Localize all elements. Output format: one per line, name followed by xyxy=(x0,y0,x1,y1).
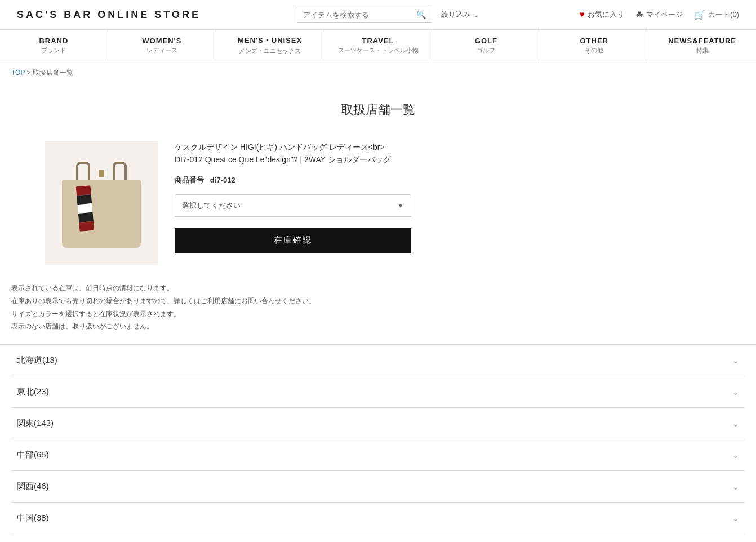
sku-value: di7-012 xyxy=(210,176,235,184)
cart-label: カート(0) xyxy=(708,10,739,20)
color-select-placeholder: 選択してください xyxy=(182,201,241,211)
nav-other-ja: その他 xyxy=(585,46,603,55)
store-region-name-1: 東北(23) xyxy=(17,386,49,397)
favorites-link[interactable]: ♥ お気に入り xyxy=(580,10,625,20)
info-line-2: 在庫ありの表示でも売り切れの場合がありますので、詳しくはご利用店舗にお問い合わせ… xyxy=(11,295,745,308)
chevron-down-icon: ⌄ xyxy=(732,356,739,365)
store-region: 中部(65) ⌄ xyxy=(11,439,745,471)
breadcrumb-separator: > xyxy=(27,69,31,77)
product-image-container xyxy=(45,141,158,265)
info-text: 表示されている在庫は、前日時点の情報になります。 在庫ありの表示でも売り切れの場… xyxy=(0,282,756,345)
nav-brand-ja: ブランド xyxy=(41,46,66,55)
mypage-label: マイページ xyxy=(646,10,683,20)
favorites-label: お気に入り xyxy=(588,10,624,20)
nav-womens-en: WOMEN'S xyxy=(142,37,181,45)
nav-item-womens[interactable]: WOMEN'S レディース xyxy=(108,30,216,61)
header: SAC'S BAR ONLINE STORE 🔍 絞り込み ⌄ ♥ お気に入り … xyxy=(0,0,756,30)
sku-label: 商品番号 xyxy=(175,176,204,184)
bag-body xyxy=(62,180,141,248)
product-section: ケスクルデザイン HIGI(ヒギ) ハンドバッグ レディース<br>DI7-01… xyxy=(0,141,756,282)
color-select[interactable]: 選択してください ▼ xyxy=(175,194,411,217)
nav-mens-ja: メンズ・ユニセックス xyxy=(239,47,301,55)
store-region: 関東(143) ⌄ xyxy=(11,408,745,439)
filter-chevron-icon: ⌄ xyxy=(473,11,479,19)
chevron-down-icon: ⌄ xyxy=(732,514,739,523)
info-line-1: 表示されている在庫は、前日時点の情報になります。 xyxy=(11,282,745,295)
breadcrumb: TOP > 取扱店舗一覧 xyxy=(0,61,756,85)
nav-item-other[interactable]: OTHER その他 xyxy=(540,30,648,61)
main-nav: BRAND ブランド WOMEN'S レディース MEN'S・UNISEX メン… xyxy=(0,30,756,61)
nav-item-golf[interactable]: GOLF ゴルフ xyxy=(432,30,540,61)
store-region: 関西(46) ⌄ xyxy=(11,471,745,503)
filter-button[interactable]: 絞り込み ⌄ xyxy=(437,7,483,23)
store-region-header-3[interactable]: 中部(65) ⌄ xyxy=(11,439,745,470)
nav-travel-ja: スーツケース・トラベル小物 xyxy=(338,46,419,55)
nav-other-en: OTHER xyxy=(580,37,608,45)
breadcrumb-top-link[interactable]: TOP xyxy=(11,69,25,77)
nav-travel-en: TRAVEL xyxy=(362,37,394,45)
nav-mens-en: MEN'S・UNISEX xyxy=(238,35,302,46)
chevron-down-icon: ⌄ xyxy=(732,482,739,491)
store-region: 東北(23) ⌄ xyxy=(11,376,745,408)
header-right: ♥ お気に入り ☘ マイページ 🛒 カート(0) xyxy=(580,10,739,20)
nav-item-brand[interactable]: BRAND ブランド xyxy=(0,30,108,61)
store-region-name-0: 北海道(13) xyxy=(17,355,57,366)
store-region: 中国(38) ⌄ xyxy=(11,503,745,534)
store-region-header-4[interactable]: 関西(46) ⌄ xyxy=(11,471,745,502)
nav-brand-en: BRAND xyxy=(39,37,68,45)
nav-womens-ja: レディース xyxy=(146,46,177,55)
store-region-header-2[interactable]: 関東(143) ⌄ xyxy=(11,408,745,439)
product-name: ケスクルデザイン HIGI(ヒギ) ハンドバッグ レディース<br>DI7-01… xyxy=(175,141,711,166)
nav-golf-ja: ゴルフ xyxy=(477,46,495,55)
info-line-4: 表示のない店舗は、取り扱いがございません。 xyxy=(11,320,745,333)
heart-icon: ♥ xyxy=(580,10,585,20)
page-title: 取扱店舗一覧 xyxy=(0,101,756,118)
cart-icon: 🛒 xyxy=(694,10,705,20)
nav-item-mens[interactable]: MEN'S・UNISEX メンズ・ユニセックス xyxy=(216,30,324,61)
product-image xyxy=(51,146,152,259)
store-region-name-5: 中国(38) xyxy=(17,513,49,523)
user-icon: ☘ xyxy=(635,10,643,20)
ribbon-stripe-5 xyxy=(79,221,94,232)
breadcrumb-current: 取扱店舗一覧 xyxy=(33,69,73,77)
mypage-link[interactable]: ☘ マイページ xyxy=(635,10,683,20)
info-line-3: サイズとカラーを選択すると在庫状況が表示されます。 xyxy=(11,308,745,321)
nav-item-travel[interactable]: TRAVEL スーツケース・トラベル小物 xyxy=(324,30,433,61)
store-list: 北海道(13) ⌄ 東北(23) ⌄ 関東(143) ⌄ 中部(65) ⌄ 関西… xyxy=(0,345,756,534)
cart-link[interactable]: 🛒 カート(0) xyxy=(694,10,739,20)
product-sku: 商品番号 di7-012 xyxy=(175,175,711,185)
product-info: ケスクルデザイン HIGI(ヒギ) ハンドバッグ レディース<br>DI7-01… xyxy=(175,141,711,253)
header-center: 🔍 絞り込み ⌄ xyxy=(297,7,483,23)
store-region-name-3: 中部(65) xyxy=(17,450,49,460)
store-region-header-1[interactable]: 東北(23) ⌄ xyxy=(11,376,745,407)
site-title: SAC'S BAR ONLINE STORE xyxy=(17,9,201,21)
store-region-header-5[interactable]: 中国(38) ⌄ xyxy=(11,503,745,534)
store-region-header-0[interactable]: 北海道(13) ⌄ xyxy=(11,345,745,376)
chevron-down-icon: ⌄ xyxy=(732,419,739,428)
bag-ribbon xyxy=(76,185,95,232)
nav-golf-en: GOLF xyxy=(475,37,497,45)
bag-clasp xyxy=(99,170,104,177)
chevron-down-icon: ⌄ xyxy=(732,388,739,397)
color-select-arrow-icon: ▼ xyxy=(397,202,404,210)
store-region-name-4: 関西(46) xyxy=(17,481,49,492)
nav-item-news[interactable]: NEWS&FEATURE 特集 xyxy=(648,30,756,61)
store-region: 北海道(13) ⌄ xyxy=(11,345,745,376)
nav-news-ja: 特集 xyxy=(696,46,709,55)
nav-news-en: NEWS&FEATURE xyxy=(668,37,736,45)
filter-label: 絞り込み xyxy=(441,10,470,20)
search-button[interactable]: 🔍 xyxy=(416,10,426,19)
search-box: 🔍 xyxy=(297,7,432,23)
chevron-down-icon: ⌄ xyxy=(732,451,739,460)
check-stock-button[interactable]: 在庫確認 xyxy=(175,228,411,253)
search-input[interactable] xyxy=(303,11,416,19)
store-region-name-2: 関東(143) xyxy=(17,418,54,429)
